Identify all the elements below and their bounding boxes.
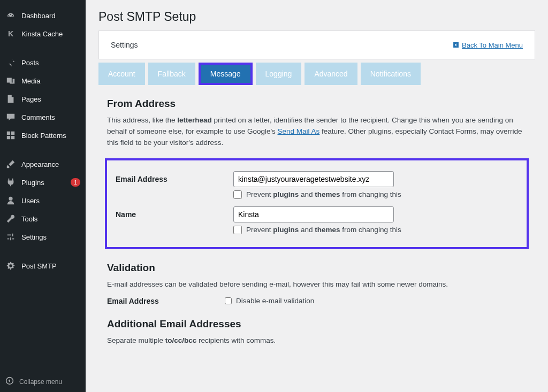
page-title: Post SMTP Setup — [98, 10, 535, 24]
kinsta-icon: K — [5, 28, 16, 39]
tab-message-highlight: Message — [199, 63, 253, 85]
settings-heading: Settings — [111, 41, 138, 49]
sidebar-item-kinsta-cache[interactable]: K Kinsta Cache — [0, 25, 86, 43]
prevent-name-override-label: Prevent plugins and themes from changing… — [246, 226, 401, 234]
sidebar-item-post-smtp[interactable]: Post SMTP — [0, 257, 86, 275]
brush-icon — [5, 159, 16, 170]
additional-section: Additional Email Addresses Separate mult… — [107, 318, 527, 347]
admin-sidebar: Dashboard K Kinsta Cache Posts Media Pag… — [0, 0, 86, 392]
settings-card: Settings Back To Main Menu — [98, 30, 535, 59]
sidebar-item-media[interactable]: Media — [0, 72, 86, 90]
sidebar-item-label: Media — [21, 77, 80, 85]
sidebar-item-label: Block Patterns — [21, 132, 80, 140]
validation-title: Validation — [107, 262, 527, 274]
sidebar-item-label: Users — [21, 197, 80, 205]
additional-title: Additional Email Addresses — [107, 318, 527, 330]
disable-validation-checkbox[interactable] — [225, 297, 232, 304]
back-to-main-menu-link[interactable]: Back To Main Menu — [452, 41, 523, 49]
from-address-section: From Address This address, like the lett… — [107, 98, 527, 249]
user-icon — [5, 195, 16, 206]
sidebar-item-label: Tools — [21, 215, 80, 223]
sidebar-item-appearance[interactable]: Appearance — [0, 155, 86, 173]
comment-icon — [5, 112, 16, 122]
sidebar-item-label: Dashboard — [21, 12, 80, 20]
sidebar-item-plugins[interactable]: Plugins 1 — [0, 173, 86, 191]
additional-description: Separate multiple to/cc/bcc recipients w… — [107, 335, 527, 347]
sidebar-item-label: Pages — [21, 95, 80, 103]
collapse-menu-label: Collapse menu — [19, 378, 62, 386]
tab-account[interactable]: Account — [98, 63, 145, 85]
sidebar-item-tools[interactable]: Tools — [0, 210, 86, 228]
wrench-icon — [5, 213, 16, 224]
sidebar-item-label: Posts — [21, 59, 80, 67]
name-label: Name — [116, 210, 233, 219]
tab-fallback[interactable]: Fallback — [148, 63, 195, 85]
tab-notifications[interactable]: Notifications — [361, 63, 421, 85]
sidebar-item-label: Post SMTP — [21, 262, 80, 270]
validation-section: Validation E-mail addresses can be valid… — [107, 262, 527, 305]
send-mail-as-link[interactable]: Send Mail As — [278, 127, 320, 135]
sidebar-item-label: Comments — [21, 113, 80, 121]
sidebar-item-posts[interactable]: Posts — [0, 53, 86, 72]
disable-validation-label: Disable e-mail validation — [236, 297, 314, 305]
sidebar-item-label: Settings — [21, 233, 80, 241]
prevent-email-override-checkbox[interactable] — [233, 190, 242, 199]
sliders-icon — [5, 232, 16, 242]
collapse-menu-button[interactable]: Collapse menu — [0, 371, 86, 392]
plug-icon — [5, 177, 16, 188]
tabs-nav: Account Fallback Message Logging Advance… — [98, 63, 535, 85]
pages-icon — [5, 94, 16, 104]
tab-message[interactable]: Message — [201, 65, 250, 83]
tab-advanced[interactable]: Advanced — [305, 63, 357, 85]
sidebar-item-block-patterns[interactable]: Block Patterns — [0, 126, 86, 144]
sidebar-item-label: Appearance — [21, 160, 80, 168]
sidebar-item-label: Plugins — [21, 179, 65, 187]
sidebar-item-dashboard[interactable]: Dashboard — [0, 6, 86, 25]
pin-icon — [5, 57, 16, 68]
validation-email-label: Email Address — [107, 297, 225, 305]
sidebar-item-pages[interactable]: Pages — [0, 90, 86, 108]
gear-icon — [5, 260, 16, 271]
validation-description: E-mail addresses can be validated before… — [107, 279, 527, 290]
sidebar-item-comments[interactable]: Comments — [0, 108, 86, 126]
sidebar-item-label: Kinsta Cache — [21, 30, 80, 38]
main-content: Post SMTP Setup Settings Back To Main Me… — [86, 0, 548, 392]
tab-logging[interactable]: Logging — [256, 63, 302, 85]
media-icon — [5, 75, 16, 86]
prevent-name-override-checkbox[interactable] — [233, 226, 242, 234]
plugins-update-badge: 1 — [71, 178, 80, 187]
from-address-description: This address, like the letterhead printe… — [107, 115, 527, 149]
back-link-label: Back To Main Menu — [462, 41, 523, 49]
from-address-form-highlight: Email Address Prevent plugins and themes… — [105, 158, 529, 249]
email-address-label: Email Address — [116, 175, 233, 183]
dashboard-icon — [5, 10, 16, 21]
back-arrow-icon — [452, 41, 460, 49]
prevent-email-override-label: Prevent plugins and themes from changing… — [246, 190, 401, 198]
sidebar-item-settings[interactable]: Settings — [0, 228, 86, 246]
email-address-input[interactable] — [233, 171, 394, 187]
name-input[interactable] — [233, 206, 394, 222]
from-address-title: From Address — [107, 98, 527, 110]
blocks-icon — [5, 130, 16, 141]
sidebar-item-users[interactable]: Users — [0, 191, 86, 210]
collapse-icon — [5, 376, 14, 387]
